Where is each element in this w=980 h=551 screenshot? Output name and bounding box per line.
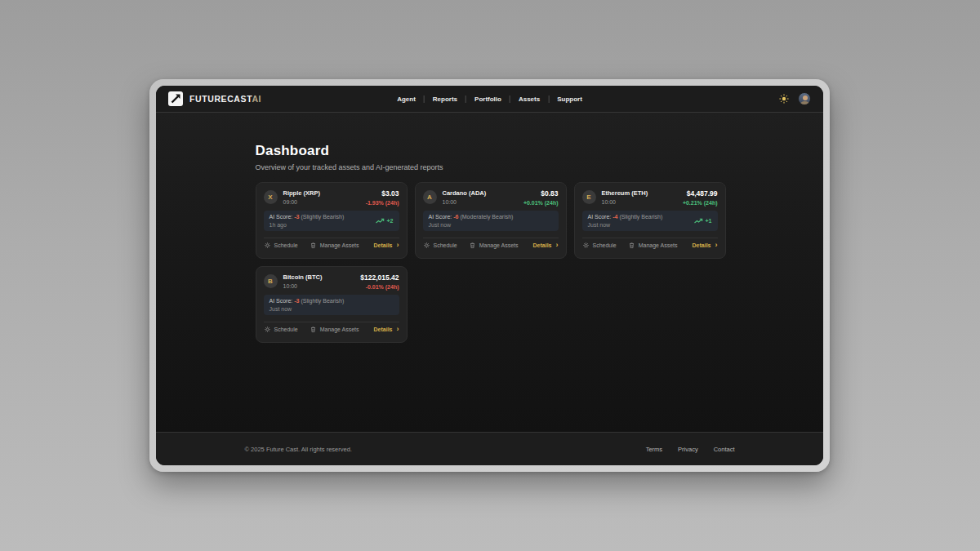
page-title: Dashboard: [256, 143, 724, 159]
trend-value: +1: [706, 218, 712, 224]
nav-item-agent[interactable]: Agent: [389, 96, 424, 103]
card-actions: Schedule Manage Assets Details ›: [423, 238, 559, 251]
gear-icon: [264, 326, 271, 333]
main-nav: Agent Reports Portfolio Assets Support: [389, 96, 590, 103]
footer: © 2025 Future Cast. All rights reserved.…: [156, 432, 823, 465]
asset-price: $0.83: [523, 189, 559, 198]
schedule-button[interactable]: Schedule: [264, 242, 298, 249]
details-link[interactable]: Details ›: [693, 242, 718, 248]
details-link[interactable]: Details ›: [374, 242, 399, 248]
manage-assets-button[interactable]: Manage Assets: [628, 242, 678, 249]
asset-price: $3.03: [366, 189, 399, 198]
topbar-right: [779, 92, 811, 105]
trend-up-icon: [376, 218, 385, 224]
card-header: B Bitcoin (BTC) 10:00 $122,015.42 -0.01%…: [264, 273, 399, 290]
gear-icon: [423, 242, 430, 249]
card-header: A Cardano (ADA) 10:00 $0.83 +0.01% (24h): [423, 189, 559, 206]
chevron-right-icon: ›: [715, 242, 718, 248]
ai-score-desc: (Slightly Bearish): [619, 214, 662, 220]
ai-score-value: -3: [294, 298, 299, 304]
footer-link-privacy[interactable]: Privacy: [678, 446, 698, 453]
card-header: E Ethereum (ETH) 10:00 $4,487.99 +0.21% …: [582, 189, 718, 206]
asset-initial-badge: B: [264, 274, 278, 288]
trend-up-icon: [694, 218, 703, 224]
ai-score-box: AI Score: -3 (Slightly Bearish) 1h ago +…: [264, 211, 399, 231]
asset-card-bitcoin: B Bitcoin (BTC) 10:00 $122,015.42 -0.01%…: [256, 266, 408, 343]
footer-inner: © 2025 Future Cast. All rights reserved.…: [245, 446, 735, 453]
asset-name: Ripple (XRP): [283, 189, 320, 197]
manage-assets-button[interactable]: Manage Assets: [310, 242, 359, 249]
details-link[interactable]: Details ›: [374, 327, 399, 332]
copyright-text: © 2025 Future Cast. All rights reserved.: [245, 446, 352, 453]
user-avatar[interactable]: [798, 92, 811, 105]
app-screen: FUTURECASTAI Agent Reports Portfolio Ass…: [156, 86, 823, 465]
ai-score-label: AI Score:: [270, 214, 293, 220]
footer-link-terms[interactable]: Terms: [646, 446, 662, 453]
brand-logo-icon: [168, 91, 183, 106]
asset-name: Cardano (ADA): [443, 189, 487, 197]
schedule-label: Schedule: [274, 242, 298, 248]
asset-initial-badge: X: [264, 190, 278, 204]
manage-assets-button[interactable]: Manage Assets: [310, 326, 359, 333]
schedule-button[interactable]: Schedule: [423, 242, 457, 249]
asset-time: 10:00: [602, 199, 648, 205]
asset-cards-grid: X Ripple (XRP) 09:00 $3.03 -1.93% (24h): [256, 182, 724, 343]
brand[interactable]: FUTURECASTAI: [168, 91, 261, 106]
schedule-label: Schedule: [434, 242, 457, 248]
trend-badge: +1: [694, 218, 712, 224]
schedule-button[interactable]: Schedule: [582, 242, 617, 249]
page-subtitle: Overview of your tracked assets and AI-g…: [256, 163, 724, 171]
nav-item-assets[interactable]: Assets: [510, 96, 548, 103]
dashboard-container: Dashboard Overview of your tracked asset…: [256, 113, 724, 432]
ai-score-box: AI Score: -4 (Slightly Bearish) Just now…: [582, 211, 718, 231]
ai-score-label: AI Score:: [588, 214, 612, 220]
asset-time: 09:00: [283, 199, 320, 205]
trash-icon: [628, 242, 635, 249]
asset-name: Bitcoin (BTC): [283, 273, 323, 281]
manage-assets-label: Manage Assets: [320, 242, 359, 248]
gear-icon: [582, 242, 590, 249]
schedule-button[interactable]: Schedule: [264, 326, 298, 333]
asset-initial-badge: A: [423, 190, 437, 204]
footer-links: Terms Privacy Contact: [646, 446, 735, 453]
brand-name-accent: AI: [252, 94, 261, 104]
details-label: Details: [374, 242, 393, 248]
asset-name: Ethereum (ETH): [602, 189, 648, 197]
ai-score-updated: Just now: [429, 222, 514, 228]
asset-price: $122,015.42: [360, 273, 399, 282]
details-link[interactable]: Details ›: [533, 242, 559, 248]
ai-score-value: -4: [612, 214, 617, 220]
trash-icon: [310, 326, 317, 333]
nav-item-reports[interactable]: Reports: [425, 96, 466, 103]
top-navbar: FUTURECASTAI Agent Reports Portfolio Ass…: [156, 86, 823, 113]
asset-change: +0.21% (24h): [683, 200, 718, 206]
asset-change: -1.93% (24h): [366, 200, 399, 206]
nav-item-support[interactable]: Support: [549, 96, 590, 103]
details-label: Details: [533, 242, 552, 248]
trash-icon: [310, 242, 317, 249]
chevron-right-icon: ›: [556, 242, 559, 248]
asset-card-cardano: A Cardano (ADA) 10:00 $0.83 +0.01% (24h): [415, 182, 567, 259]
footer-link-contact[interactable]: Contact: [714, 446, 735, 453]
ai-score-desc: (Moderately Bearish): [460, 214, 513, 220]
ai-score-box: AI Score: -6 (Moderately Bearish) Just n…: [423, 211, 559, 231]
manage-assets-button[interactable]: Manage Assets: [469, 242, 519, 249]
manage-assets-label: Manage Assets: [479, 242, 519, 248]
asset-price: $4,487.99: [683, 189, 718, 198]
trash-icon: [469, 242, 476, 249]
asset-card-ripple: X Ripple (XRP) 09:00 $3.03 -1.93% (24h): [256, 182, 408, 259]
manage-assets-label: Manage Assets: [320, 327, 359, 332]
main-content: Dashboard Overview of your tracked asset…: [156, 113, 823, 432]
chevron-right-icon: ›: [397, 327, 399, 332]
ai-score-updated: 1h ago: [270, 222, 345, 228]
ai-score-label: AI Score:: [270, 298, 293, 304]
asset-card-ethereum: E Ethereum (ETH) 10:00 $4,487.99 +0.21% …: [574, 182, 726, 259]
nav-item-portfolio[interactable]: Portfolio: [466, 96, 510, 103]
asset-change: -0.01% (24h): [360, 284, 399, 290]
ai-score-box: AI Score: -3 (Slightly Bearish) Just now: [264, 295, 399, 315]
theme-toggle-sun-icon[interactable]: [779, 94, 789, 104]
asset-initial-badge: E: [582, 190, 596, 204]
asset-time: 10:00: [443, 199, 487, 205]
schedule-label: Schedule: [274, 327, 298, 332]
manage-assets-label: Manage Assets: [639, 242, 678, 248]
